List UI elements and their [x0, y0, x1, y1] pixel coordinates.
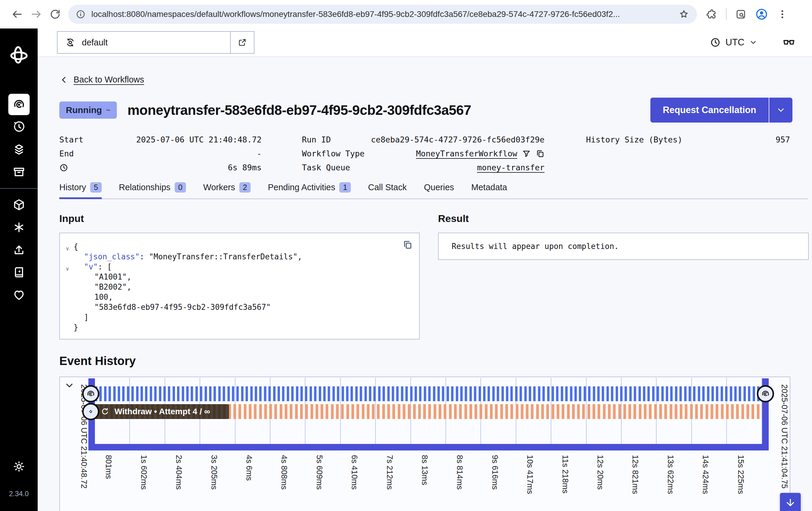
- timezone-value: UTC: [725, 37, 744, 48]
- result-heading: Result: [438, 213, 809, 224]
- arrow-down-icon: [784, 497, 796, 509]
- tab[interactable]: Pending Activities 1: [268, 182, 351, 199]
- tab-label: Call Stack: [368, 183, 407, 192]
- scroll-to-bottom-button[interactable]: [780, 493, 801, 511]
- timeline-tick-label: 6s 410ms: [350, 455, 359, 490]
- arrow-right-icon: [30, 8, 42, 20]
- app-topbar: default UTC: [38, 28, 812, 57]
- sidebar-item-docs[interactable]: [8, 262, 30, 283]
- namespace-select[interactable]: default: [58, 32, 230, 53]
- tab-count-badge: 0: [175, 182, 186, 193]
- history-size-value: 957: [776, 135, 790, 144]
- labs-toggle-button[interactable]: [782, 36, 795, 49]
- browser-reload-button[interactable]: [47, 6, 63, 23]
- tab[interactable]: Relationships 0: [119, 182, 186, 199]
- upload-icon: [12, 243, 26, 257]
- timeline-tick-label: 14s 424ms: [701, 455, 710, 494]
- site-info-icon[interactable]: [76, 9, 85, 19]
- workflow-task-row[interactable]: [95, 386, 762, 401]
- chevron-down-icon: [749, 38, 757, 47]
- namespace-selector: default: [57, 31, 255, 54]
- input-json-viewer[interactable]: ∨{"json_class": "MoneyTransfer::Transfer…: [60, 242, 419, 332]
- search-page-button[interactable]: [732, 6, 749, 23]
- workflow-start-marker[interactable]: [82, 385, 99, 402]
- workflow-type-link[interactable]: MoneyTransferWorkflow: [416, 149, 517, 158]
- sidebar-item-namespaces[interactable]: [8, 194, 30, 215]
- sidebar-item-archive[interactable]: [8, 161, 30, 183]
- timeline-collapse-button[interactable]: [64, 380, 75, 391]
- extensions-button[interactable]: [703, 6, 720, 23]
- json-line: "B2002",: [60, 282, 419, 292]
- chevron-down-icon: [64, 380, 75, 391]
- timezone-select[interactable]: UTC: [710, 37, 757, 48]
- page-search-icon: [735, 8, 747, 20]
- page-title: moneytransfer-583e6fd8-eb97-4f95-9cb2-30…: [127, 102, 471, 118]
- copy-icon[interactable]: [535, 149, 545, 158]
- json-line: ]: [60, 312, 419, 322]
- browser-toolbar-icons: [703, 6, 791, 23]
- browser-forward-button[interactable]: [28, 6, 45, 23]
- event-history-heading: Event History: [59, 354, 812, 368]
- json-line: "json_class": "MoneyTransfer::TransferDe…: [60, 252, 419, 262]
- app-version: 2.34.0: [9, 490, 29, 498]
- start-label: Start: [59, 135, 83, 144]
- sidebar-item-import[interactable]: [8, 239, 30, 261]
- profile-avatar-icon: [755, 8, 768, 21]
- temporal-logo[interactable]: [9, 45, 29, 65]
- cancellation-menu-button[interactable]: [769, 98, 792, 123]
- profile-button[interactable]: [753, 6, 770, 23]
- json-line: 100,: [60, 292, 419, 302]
- browser-back-button[interactable]: [9, 6, 26, 23]
- archive-box-icon: [12, 166, 26, 179]
- back-to-workflows-link[interactable]: Back to Workflows: [74, 75, 144, 85]
- duration-clock-icon: [59, 163, 68, 172]
- json-line: "583e6fd8-eb97-4f95-9cb2-309fdfc3a567": [60, 302, 419, 312]
- tab[interactable]: Workers 2: [203, 182, 251, 199]
- sidebar-item-batch-operations[interactable]: [8, 139, 30, 160]
- reload-icon: [49, 8, 61, 20]
- tab[interactable]: Call Stack: [368, 182, 407, 199]
- sidebar-item-nexus[interactable]: [8, 217, 30, 238]
- tab[interactable]: History 5: [59, 182, 102, 199]
- json-line: "A1001",: [60, 272, 419, 282]
- activity-marker[interactable]: [82, 403, 99, 420]
- json-line: ∨"v": [: [60, 262, 419, 272]
- status-badge: Running ~: [59, 102, 117, 119]
- address-bar[interactable]: localhost:8080/namespaces/default/workfl…: [68, 5, 697, 24]
- bookmark-star-icon[interactable]: [678, 9, 689, 20]
- tab-label: History: [59, 183, 86, 192]
- namespace-open-button[interactable]: [231, 32, 254, 53]
- run-id-label: Run ID: [302, 135, 331, 144]
- tab[interactable]: Queries: [424, 182, 454, 199]
- namespace-icon: [65, 37, 75, 48]
- filter-icon[interactable]: [522, 149, 531, 158]
- sidebar-item-feedback[interactable]: [8, 284, 30, 306]
- activity-diamond-icon: [88, 409, 94, 414]
- layers-icon: [12, 143, 26, 156]
- tab-label: Metadata: [471, 183, 507, 192]
- workflow-type-label: Workflow Type: [302, 149, 365, 158]
- theme-toggle-button[interactable]: [8, 456, 30, 477]
- timeline-tick-label: 12s 20ms: [596, 455, 605, 490]
- sidebar-item-workflows[interactable]: [8, 94, 30, 115]
- activity-label-text: Withdraw • Attempt 4 / ∞: [114, 407, 210, 416]
- end-value: -: [257, 149, 262, 158]
- workflow-end-marker[interactable]: [757, 385, 774, 402]
- url-text: localhost:8080/namespaces/default/workfl…: [91, 9, 673, 19]
- timeline-tick-label: 7s 212ms: [385, 455, 394, 490]
- sidebar-item-schedules[interactable]: [8, 116, 30, 138]
- tab[interactable]: Metadata: [471, 182, 507, 199]
- timeline-tick-label: 15s 225ms: [736, 455, 745, 494]
- task-queue-link[interactable]: money-transfer: [477, 163, 545, 172]
- timeline-tick-label: 3s 205ms: [209, 455, 219, 490]
- input-heading: Input: [59, 213, 419, 224]
- cube-icon: [12, 198, 26, 211]
- sidebar-divider: [0, 188, 38, 189]
- browser-menu-button[interactable]: [774, 6, 791, 23]
- toolbar-divider: [726, 8, 727, 20]
- glasses-icon: [782, 36, 795, 49]
- timeline-tick-label: 8s 13ms: [420, 455, 429, 485]
- task-queue-label: Task Queue: [302, 163, 350, 172]
- result-panel: Results will appear upon completion.: [438, 233, 809, 260]
- request-cancellation-button[interactable]: Request Cancellation: [650, 98, 769, 123]
